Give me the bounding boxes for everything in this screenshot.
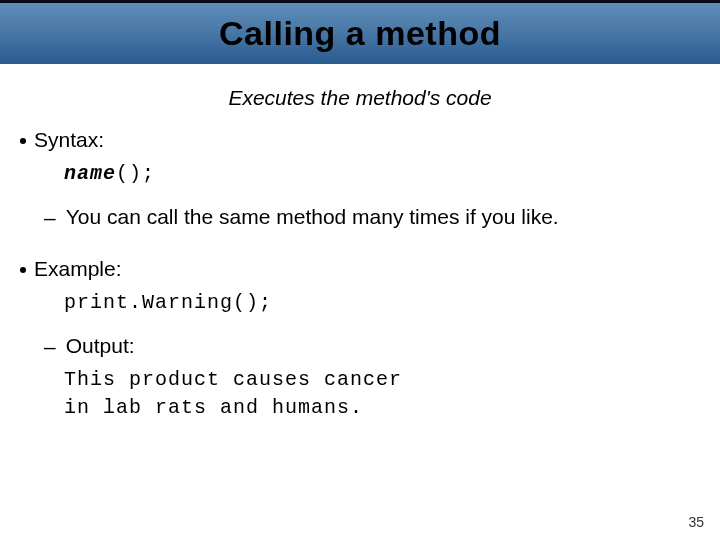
- bullet-example: Example:: [18, 257, 702, 281]
- bullet-syntax: Syntax:: [18, 128, 702, 152]
- bullet-dot-icon: [20, 138, 26, 144]
- output-label: Output:: [66, 334, 135, 358]
- slide-body: Syntax: name(); – You can call the same …: [0, 128, 720, 422]
- syntax-name-part: name: [64, 162, 116, 185]
- example-code: print.Warning();: [64, 291, 702, 314]
- example-label: Example:: [34, 257, 122, 281]
- dash-icon: –: [44, 334, 56, 360]
- syntax-label: Syntax:: [34, 128, 104, 152]
- slide-subtitle: Executes the method's code: [0, 86, 720, 110]
- bullet-dot-icon: [20, 267, 26, 273]
- output-text: This product causes cancer in lab rats a…: [64, 366, 702, 422]
- page-number: 35: [688, 514, 704, 530]
- output-line-1: This product causes cancer: [64, 366, 702, 394]
- title-bar: Calling a method: [0, 0, 720, 64]
- syntax-note-row: – You can call the same method many time…: [44, 205, 702, 231]
- syntax-call-part: ();: [116, 162, 155, 185]
- output-label-row: – Output:: [44, 334, 702, 360]
- syntax-note: You can call the same method many times …: [66, 205, 559, 229]
- dash-icon: –: [44, 205, 56, 231]
- slide-title: Calling a method: [219, 14, 501, 53]
- output-line-2: in lab rats and humans.: [64, 394, 702, 422]
- syntax-code: name();: [64, 162, 702, 185]
